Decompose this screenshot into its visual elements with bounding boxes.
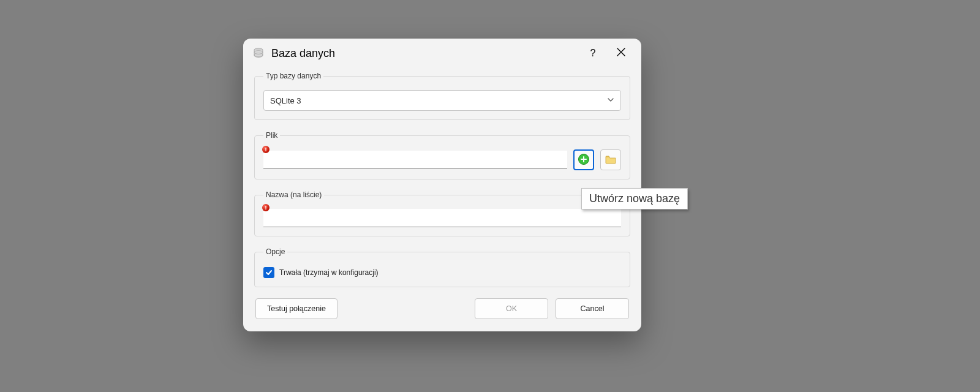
group-dbtype-legend: Typ bazy danych bbox=[263, 72, 323, 80]
file-input[interactable] bbox=[263, 151, 567, 169]
folder-icon bbox=[605, 153, 617, 167]
group-file: Plik ! bbox=[254, 131, 630, 179]
titlebar: Baza danych ? bbox=[243, 39, 641, 68]
dbtype-selected: SQLite 3 bbox=[270, 96, 607, 105]
error-icon: ! bbox=[262, 204, 270, 211]
persistent-checkbox[interactable] bbox=[263, 267, 274, 278]
plus-circle-icon bbox=[578, 153, 590, 167]
dialog-footer: Testuj połączenie OK Cancel bbox=[254, 298, 630, 322]
group-file-legend: Plik bbox=[263, 131, 280, 140]
error-icon: ! bbox=[262, 146, 270, 153]
group-options: Opcje Trwała (trzymaj w konfiguracji) bbox=[254, 247, 630, 287]
group-dbtype: Typ bazy danych SQLite 3 bbox=[254, 72, 630, 120]
ok-button[interactable]: OK bbox=[475, 298, 548, 319]
cancel-button[interactable]: Cancel bbox=[556, 298, 629, 319]
help-button[interactable]: ? bbox=[579, 43, 607, 63]
persistent-label: Trwała (trzymaj w konfiguracji) bbox=[279, 268, 379, 277]
help-icon: ? bbox=[590, 48, 596, 59]
database-icon bbox=[252, 47, 265, 60]
name-input[interactable] bbox=[263, 209, 621, 227]
svg-rect-5 bbox=[581, 159, 587, 160]
group-name-legend: Nazwa (na liście) bbox=[263, 190, 324, 199]
close-icon bbox=[617, 48, 625, 59]
create-new-db-button[interactable] bbox=[573, 149, 594, 170]
group-name: Nazwa (na liście) ! bbox=[254, 190, 630, 236]
close-button[interactable] bbox=[607, 43, 635, 63]
browse-file-button[interactable] bbox=[600, 149, 621, 170]
dialog-title: Baza danych bbox=[271, 47, 335, 60]
tooltip: Utwórz nową bazę bbox=[581, 188, 688, 209]
database-dialog: Baza danych ? Typ bazy danych SQLite 3 P… bbox=[243, 39, 641, 331]
test-connection-button[interactable]: Testuj połączenie bbox=[255, 298, 337, 319]
group-options-legend: Opcje bbox=[263, 247, 287, 256]
dbtype-combo[interactable]: SQLite 3 bbox=[263, 90, 621, 111]
chevron-down-icon bbox=[607, 96, 614, 105]
